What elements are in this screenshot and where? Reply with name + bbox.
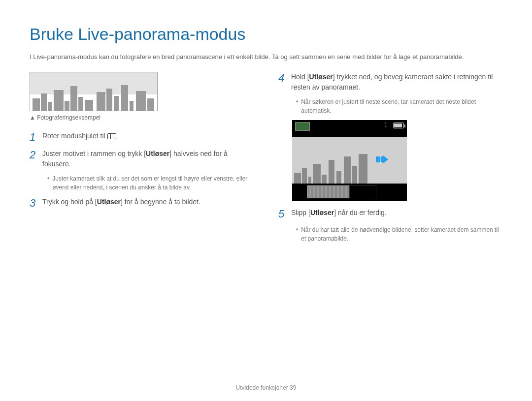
step-number: 2 — [30, 149, 37, 169]
step-number: 1 — [30, 131, 37, 144]
step-4-bullet: • Når søkeren er justert til neste scene… — [296, 97, 502, 115]
step-number: 5 — [278, 208, 286, 220]
bullet-dot-icon: • — [296, 97, 298, 115]
example-caption: ▲ Fotograferingseksempel — [30, 114, 254, 121]
step-5-bullet: • Når du har tatt alle de nødvendige bil… — [296, 225, 502, 243]
page-title: Bruke Live-panorama-modus — [30, 25, 502, 46]
panorama-mode-icon — [107, 133, 116, 139]
shutter-key-label: Utløser — [309, 73, 333, 81]
camera-lcd-illustration: 1 — [292, 120, 407, 201]
step-text: Trykk og hold på [Utløser] for å begynne… — [42, 197, 200, 210]
shutter-key-label: Utløser — [97, 198, 121, 206]
right-column: 4 Hold [Utløser] trykket ned, og beveg k… — [278, 72, 502, 248]
captured-thumbnail-icon — [307, 185, 349, 198]
step-number: 4 — [278, 72, 286, 93]
step-text-fragment: ] når du er ferdig. — [334, 209, 387, 216]
step-text: Hold [Utløser] trykket ned, og beveg kam… — [291, 72, 502, 93]
lcd-counter: 1 — [384, 122, 387, 127]
step-1: 1 Roter modushjulet til . — [30, 131, 254, 144]
bullet-text: Juster kameraet slik at du ser det som e… — [52, 174, 254, 192]
step-text-fragment: Slipp [ — [291, 209, 310, 216]
step-text-fragment: Hold [ — [291, 73, 309, 81]
lcd-progress-strip — [292, 184, 407, 201]
left-column: ▲ Fotograferingseksempel 1 Roter modushj… — [30, 72, 254, 248]
step-4: 4 Hold [Utløser] trykket ned, og beveg k… — [278, 72, 502, 93]
step-5: 5 Slipp [Utløser] når du er ferdig. — [278, 208, 502, 220]
step-text: Roter modushjulet til . — [42, 131, 118, 144]
bullet-dot-icon: • — [296, 225, 298, 243]
page-footer: Utvidede funksjoner 39 — [0, 384, 532, 391]
bullet-dot-icon: • — [47, 174, 49, 192]
step-text: Juster motivet i rammen og trykk [Utløse… — [42, 149, 254, 169]
step-text-fragment: Trykk og hold på [ — [42, 198, 97, 206]
step-text-fragment: ] for å begynne å ta bildet. — [121, 198, 200, 206]
step-text: Slipp [Utløser] når du er ferdig. — [291, 208, 387, 220]
up-triangle-icon: ▲ — [30, 114, 35, 121]
battery-icon — [393, 123, 404, 128]
step-text-fragment: Juster motivet i rammen og trykk [ — [42, 150, 146, 157]
remaining-strip-icon — [349, 185, 376, 198]
caption-text: Fotograferingseksempel — [37, 114, 100, 121]
step-text-fragment: . — [116, 132, 118, 140]
step-text-fragment: Roter modushjulet til — [42, 132, 107, 140]
step-3: 3 Trykk og hold på [Utløser] for å begyn… — [30, 197, 254, 210]
bullet-text: Når du har tatt alle de nødvendige bilde… — [301, 225, 502, 243]
content-columns: ▲ Fotograferingseksempel 1 Roter modushj… — [30, 72, 502, 248]
step-2-bullet: • Juster kameraet slik at du ser det som… — [47, 174, 254, 192]
direction-arrow-icon — [376, 155, 388, 163]
shutter-key-label: Utløser — [310, 209, 334, 216]
shutter-key-label: Utløser — [146, 150, 169, 157]
panorama-example-image — [30, 72, 158, 111]
lcd-preview — [292, 137, 407, 184]
footer-section: Utvidede funksjoner — [236, 384, 288, 391]
footer-page-number: 39 — [290, 384, 296, 391]
lcd-mode-indicator-icon — [295, 122, 310, 131]
intro-text: I Live-panorama-modus kan du fotografere… — [30, 52, 502, 62]
bullet-text: Når søkeren er justert til neste scene, … — [301, 97, 502, 115]
step-number: 3 — [30, 197, 37, 210]
step-2: 2 Juster motivet i rammen og trykk [Utlø… — [30, 149, 254, 169]
